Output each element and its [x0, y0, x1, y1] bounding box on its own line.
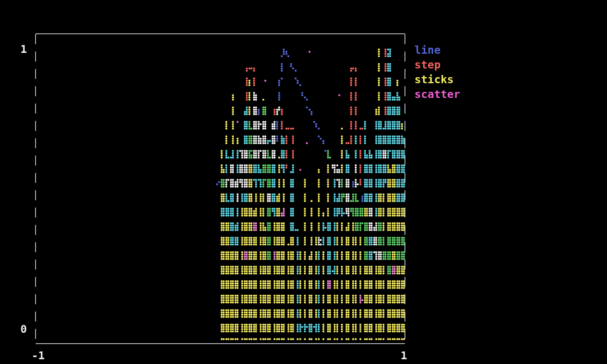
plot-border-right — [405, 34, 405, 343]
x-axis-label-min: -1 — [32, 349, 45, 362]
legend-item-sticks: sticks — [414, 72, 460, 87]
y-axis-label-min: 0 — [13, 323, 27, 336]
plot-border-top — [36, 33, 405, 34]
legend-item-scatter: scatter — [414, 87, 460, 102]
legend-item-step: step — [414, 58, 460, 72]
x-axis-label-max: 1 — [401, 349, 407, 362]
plot-border-left — [35, 34, 36, 343]
y-axis-label-max: 1 — [13, 43, 27, 56]
legend: line step sticks scatter — [414, 43, 460, 102]
terminal-plot-screen: 1 0 -1 1 line step sticks scatter — [0, 0, 607, 364]
legend-item-line: line — [414, 43, 460, 58]
plot-canvas — [0, 0, 607, 364]
plot-border-bottom — [36, 343, 405, 344]
